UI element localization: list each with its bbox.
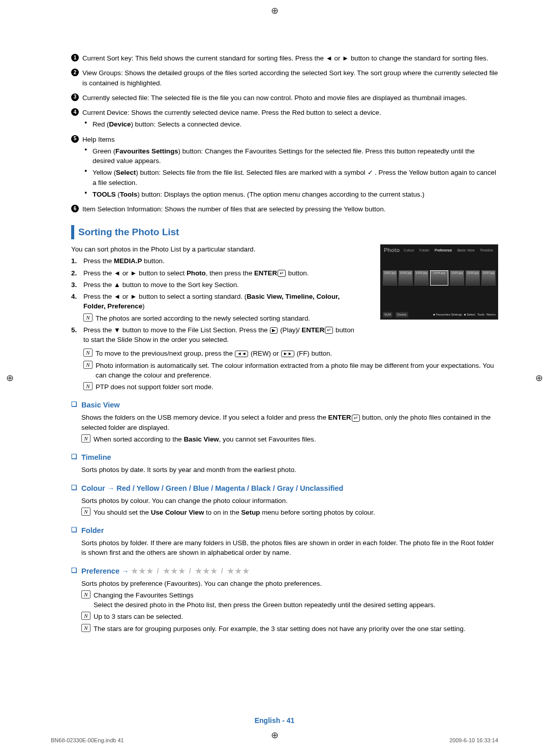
subsection-body: Sorts photos by preference (Favourites).… [71, 579, 498, 634]
thumbnail-strip: 1231.jpg 1232.jpg 1233.jpg 1234.jpg 1235… [383, 270, 496, 286]
sum-tag: SUM [383, 312, 392, 318]
note-item: The stars are for grouping purposes only… [81, 624, 498, 634]
thumbnail: 1233.jpg [414, 270, 429, 286]
page-footer-label: English - 41 [0, 715, 549, 726]
step-item: Press the ◄ or ► button to select Photo,… [71, 268, 361, 278]
paragraph: Sorts photos by preference (Favourites).… [81, 579, 498, 588]
crop-mark-top: ⊕ [271, 4, 279, 17]
overview-list: 1 Current Sort key: This field shows the… [71, 53, 498, 214]
overview-item: 3 Currently selected file: The selected … [71, 93, 498, 103]
step-item: Press the ▼ button to move to the File L… [71, 325, 361, 345]
bullet-item: TOOLS (Tools) button: Displays the optio… [82, 190, 498, 199]
footer-right: 2009-6-10 16:33:14 [449, 737, 498, 745]
note-item: PTP does not support folder sort mode. [83, 382, 498, 392]
item-text: Current Sort key: This field shows the c… [82, 54, 488, 62]
circle-number-icon: 2 [71, 69, 79, 76]
post-step-notes: To move to the previous/next group, pres… [71, 349, 498, 392]
photo-ui-screenshot: Photo Colour Folder Preference Basic Vie… [380, 244, 498, 320]
overview-item: 1 Current Sort key: This field shows the… [71, 53, 498, 63]
sort-tabs: Colour Folder Preference Basic View Time… [401, 248, 496, 253]
bullet-item: Red (Device) button: Selects a connected… [82, 119, 498, 129]
overview-item: 6 Item Selection Information: Shows the … [71, 204, 498, 214]
paragraph: Shows the folders on the USB memory devi… [81, 413, 498, 432]
sub-bullets: Red (Device) button: Selects a connected… [82, 119, 498, 129]
note-item: The photos are sorted according to the n… [83, 313, 361, 323]
help-select: ■ Select [464, 312, 475, 317]
tab: Folder [419, 248, 430, 253]
bullet-item: Yellow (Select) button: Selects file fro… [82, 168, 498, 187]
sub-bullets: Green (Favourites Settings) button: Chan… [82, 146, 498, 199]
subsection-body: Sorts photos by date. It sorts by year a… [71, 465, 498, 475]
help-fav: ■ Favourites Settings [433, 312, 462, 317]
step-item: Press the MEDIA.P button. [71, 256, 361, 266]
enter-icon: ↵ [325, 327, 333, 334]
subsection-body: Sorts photos by colour. You can change t… [71, 496, 498, 518]
subheading-folder: Folder [71, 525, 498, 536]
star-icons: ★★★ / ★★★ / ★★★ / ★★★ [131, 567, 250, 575]
fastforward-icon: ►► [281, 351, 294, 357]
subsection-body: Shows the folders on the USB memory devi… [71, 413, 498, 444]
help-bar: SUM Device ■ Favourites Settings ■ Selec… [383, 312, 496, 318]
subheading-preference: Preference → ★★★ / ★★★ / ★★★ / ★★★ [71, 566, 498, 577]
circle-number-icon: 4 [71, 108, 79, 116]
circle-number-icon: 3 [71, 93, 79, 101]
help-return: Return [486, 312, 496, 317]
tab: Colour [404, 248, 414, 253]
overview-item: 4 Current Device: Shows the currently se… [71, 108, 498, 130]
note-item: Up to 3 stars can be selected. [81, 612, 498, 621]
step-item: Press the ▲ button to move to the Sort k… [71, 280, 361, 290]
thumbnail: 1235.jpg [450, 270, 464, 286]
crop-mark-right: ⊕ [535, 371, 543, 385]
thumbnail-selected: 1234.jpg [430, 270, 448, 286]
tab: Timeline [480, 248, 493, 253]
subheading-timeline: Timeline [71, 452, 498, 463]
bullet-item: Green (Favourites Settings) button: Chan… [82, 146, 498, 166]
item-text: Current Device: Shows the currently sele… [82, 109, 381, 116]
rewind-icon: ◄◄ [235, 351, 248, 357]
play-icon: ▶ [270, 327, 278, 334]
paragraph: Sorts photos by date. It sorts by year a… [81, 465, 498, 475]
note-item: Changing the Favourites SettingsSelect t… [81, 590, 498, 610]
circle-number-icon: 1 [71, 54, 79, 61]
enter-icon: ↵ [278, 270, 286, 277]
item-text: Help Items [82, 136, 115, 143]
crop-mark-left: ⊕ [6, 371, 14, 385]
section-title: Sorting the Photo List [71, 225, 498, 239]
paragraph: Sorts photos by folder. If there are man… [81, 538, 498, 558]
thumbnail: 1231.jpg [383, 270, 397, 286]
device-tag: Device [395, 312, 408, 318]
item-text: View Groups: Shows the detailed groups o… [82, 69, 498, 86]
item-text: Currently selected file: The selected fi… [82, 94, 467, 102]
circle-number-icon: 5 [71, 135, 79, 143]
photo-title: Photo [384, 246, 400, 255]
overview-item: 2 View Groups: Shows the detailed groups… [71, 68, 498, 88]
intro-text: You can sort photos in the Photo List by… [71, 244, 361, 254]
tab-selected: Preference [435, 248, 452, 253]
note-item: When sorted according to the Basic View,… [81, 434, 498, 444]
circle-number-icon: 6 [71, 205, 79, 212]
tab: Basic View [457, 248, 474, 253]
step-item: Press the ◄ or ► button to select a sort… [71, 292, 361, 323]
paragraph: Sorts photos by colour. You can change t… [81, 496, 498, 506]
note-item: Photo information is automatically set. … [83, 361, 498, 381]
footer-left: BN68-02330E-00Eng.indb 41 [51, 737, 124, 745]
subheading-basic-view: Basic View [71, 400, 498, 411]
subsection-body: Sorts photos by folder. If there are man… [71, 538, 498, 558]
item-text: Item Selection Information: Shows the nu… [82, 205, 386, 213]
note-item: You should set the Use Colour View to on… [81, 508, 498, 517]
thumbnail: 1236.jpg [466, 270, 480, 286]
thumbnail: 1237.jpg [481, 270, 496, 286]
step-list: Press the MEDIA.P button. Press the ◄ or… [71, 256, 361, 344]
enter-icon: ↵ [352, 415, 360, 422]
subheading-colour: Colour → Red / Yellow / Green / Blue / M… [71, 483, 498, 494]
thumbnail: 1232.jpg [399, 270, 413, 286]
help-tools: Tools [477, 312, 484, 317]
overview-item: 5 Help Items Green (Favourites Settings)… [71, 135, 498, 200]
footer-meta: BN68-02330E-00Eng.indb 41 2009-6-10 16:3… [51, 737, 498, 745]
note-item: To move to the previous/next group, pres… [83, 349, 498, 358]
